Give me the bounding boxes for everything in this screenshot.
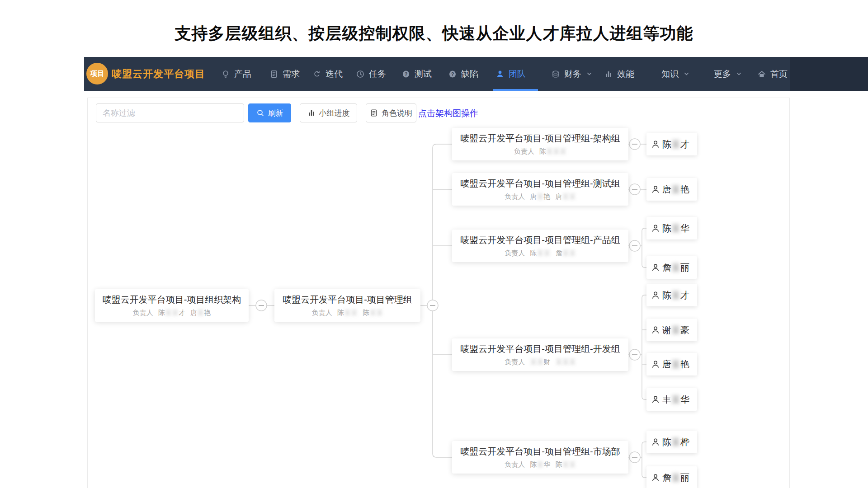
org-node-leaders: 负责人 陈某某 詹某某 [505,249,576,258]
person-outline-icon [651,224,660,233]
person-outline-icon [651,263,660,272]
member-card[interactable]: 詹某丽 [646,256,697,279]
member-name: 陈某才 [662,138,689,150]
org-node-title: 唛盟云开发平台项目-项目管理组-产品组 [460,234,620,246]
svg-text:?: ? [405,71,408,77]
nav-label: 测试 [415,68,432,80]
refresh-label: 刷新 [268,108,283,118]
question-circle-icon: ? [401,70,410,79]
org-node-title: 唛盟云开发平台项目-项目管理组-市场部 [460,446,620,458]
member-name: 詹某丽 [662,262,689,274]
nav-label: 更多 [714,68,731,80]
chevron-down-icon [736,71,742,77]
org-group-node-product[interactable]: 唛盟云开发平台项目-项目管理组-产品组 负责人 陈某某 詹某某 [452,230,628,262]
org-node-leaders: 负责人 某某财 某某某 [505,358,576,366]
document-icon [370,109,378,117]
org-node-root[interactable]: 唛盟云开发平台项目-项目组织架构 负责人 陈某某才 唐某艳 [95,289,249,322]
nav-item-finance[interactable]: 财务 [551,57,592,91]
person-outline-icon [651,325,660,334]
member-card[interactable]: 唐某艳 [646,353,697,375]
nav-item-product[interactable]: 产品 [221,57,251,91]
org-node-leaders: 负责人 唐某艳 唐某某 [505,192,576,201]
navbar-right-filler [790,57,868,91]
nav-label: 知识 [661,68,679,80]
refresh-button[interactable]: 刷新 [248,103,291,122]
org-node-title: 唛盟云开发平台项目-项目管理组 [283,294,412,306]
member-card[interactable]: 陈某才 [646,133,697,155]
chevron-down-icon [684,71,689,77]
member-card[interactable]: 詹某丽 [646,466,697,488]
member-card[interactable]: 陈某才 [646,284,697,306]
org-node-management[interactable]: 唛盟云开发平台项目-项目管理组 负责人 陈某某 陈某某 [274,289,420,322]
nav-item-test[interactable]: ? 测试 [401,57,432,91]
person-outline-icon [651,395,660,404]
bar-chart-icon [604,70,613,79]
member-name: 唐某艳 [662,183,689,196]
member-name: 唐某艳 [662,358,689,371]
name-filter-input[interactable] [96,103,244,122]
org-group-node-development[interactable]: 唛盟云开发平台项目-项目管理组-开发组 负责人 某某财 某某某 [452,338,628,371]
nav-item-task[interactable]: 任务 [356,57,386,91]
org-node-leaders: 负责人 陈某某某 [514,147,566,156]
nav-label: 效能 [617,68,634,80]
member-card[interactable]: 陈某桦 [646,431,697,453]
group-progress-label: 小组进度 [319,108,350,118]
nav-item-knowledge[interactable]: 知识 [661,57,689,91]
member-name: 丰某华 [662,394,689,406]
person-icon [495,70,505,79]
member-name: 陈某才 [662,289,689,301]
nav-label: 首页 [770,68,788,80]
question-circle-icon: ? [448,70,457,79]
person-outline-icon [651,140,660,149]
iteration-icon [312,70,321,79]
org-group-node-testing[interactable]: 唛盟云开发平台项目-项目管理组-测试组 负责人 唐某艳 唐某某 [452,173,628,206]
nav-item-iteration[interactable]: 迭代 [312,57,343,91]
group-progress-button[interactable]: 小组进度 [300,103,357,122]
top-navbar: 项目 唛盟云开发平台项目 产品 需求 迭代 任务 ? 测试 ? 缺陷 团队 财务… [84,57,868,91]
nav-item-performance[interactable]: 效能 [604,57,634,91]
org-chart-action-link[interactable]: 点击架构图操作 [418,108,478,119]
member-name: 陈某华 [662,222,689,235]
person-outline-icon [651,437,660,446]
active-tab-underline [493,89,538,91]
bulb-icon [221,70,230,79]
person-outline-icon [651,185,660,194]
nav-item-home[interactable]: 首页 [757,57,788,91]
nav-label: 团队 [509,68,526,80]
person-outline-icon [651,360,660,369]
search-icon [256,109,264,117]
org-node-title: 唛盟云开发平台项目-项目管理组-架构组 [460,132,620,145]
chevron-down-icon [586,71,592,77]
project-logo[interactable]: 项目 [86,63,108,84]
member-card[interactable]: 唐某艳 [646,178,697,201]
org-group-node-market[interactable]: 唛盟云开发平台项目-项目管理组-市场部 负责人 陈某华 陈某某 [452,441,628,474]
org-group-node-architecture[interactable]: 唛盟云开发平台项目-项目管理组-架构组 负责人 陈某某某 [452,128,628,160]
nav-item-requirement[interactable]: 需求 [269,57,300,91]
finance-icon [551,70,560,79]
member-card[interactable]: 陈某华 [646,217,697,239]
org-node-title: 唛盟云开发平台项目-项目管理组-测试组 [460,178,620,190]
org-node-title: 唛盟云开发平台项目-项目管理组-开发组 [460,343,620,355]
nav-label: 任务 [369,68,386,80]
role-description-label: 角色说明 [382,108,412,118]
person-outline-icon [651,473,660,482]
svg-text:?: ? [451,71,454,77]
member-card[interactable]: 谢某豪 [646,319,697,341]
role-description-button[interactable]: 角色说明 [366,103,416,122]
document-icon [269,70,278,79]
person-outline-icon [651,291,660,300]
org-node-leaders: 负责人 陈某某 陈某某 [312,309,383,317]
project-name: 唛盟云开发平台项目 [112,57,205,91]
page-title: 支持多层级组织、按层级控制权限、快速从企业人才库拉人进组等功能 [0,23,868,45]
home-icon [757,70,766,79]
member-card[interactable]: 丰某华 [646,388,697,411]
nav-label: 产品 [234,68,251,80]
org-node-leaders: 负责人 陈某华 陈某某 [505,460,576,469]
nav-label: 缺陷 [461,68,478,80]
member-name: 陈某桦 [662,436,689,448]
clock-icon [356,70,365,79]
nav-item-defect[interactable]: ? 缺陷 [448,57,478,91]
nav-item-team[interactable]: 团队 [495,57,526,91]
nav-item-more[interactable]: 更多 [714,57,742,91]
nav-label: 迭代 [326,68,343,80]
